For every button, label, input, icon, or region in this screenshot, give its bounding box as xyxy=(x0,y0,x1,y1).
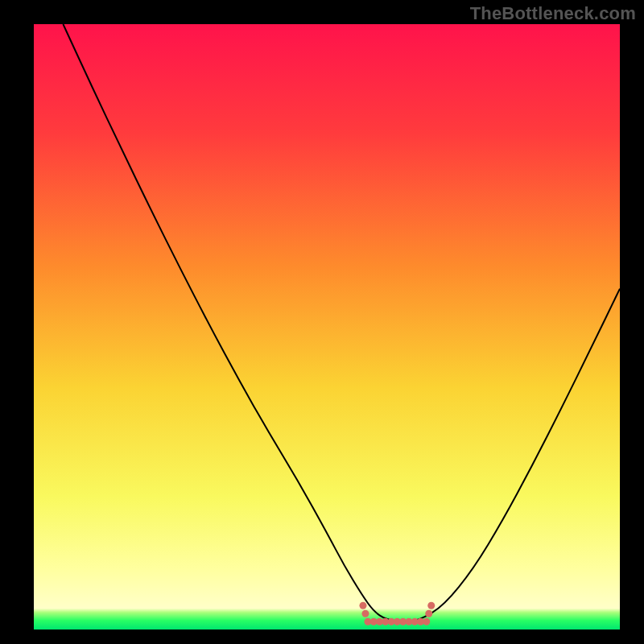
chart-frame: TheBottleneck.com xyxy=(0,0,644,644)
svg-point-11 xyxy=(361,610,369,617)
svg-point-12 xyxy=(359,602,366,609)
svg-point-10 xyxy=(423,618,430,625)
gradient-background xyxy=(34,24,620,630)
watermark-text: TheBottleneck.com xyxy=(470,3,636,24)
svg-point-13 xyxy=(425,610,432,617)
bottleneck-chart xyxy=(0,0,644,644)
svg-point-14 xyxy=(427,602,435,609)
